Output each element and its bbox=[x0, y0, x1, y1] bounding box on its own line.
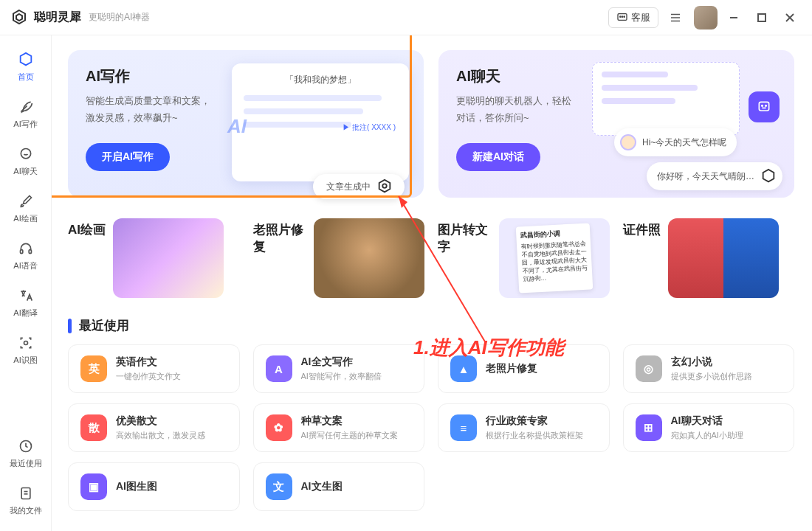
minimize-icon bbox=[729, 13, 739, 23]
feature-thumb-restore bbox=[314, 218, 424, 298]
maximize-icon bbox=[757, 13, 766, 22]
user-avatar[interactable] bbox=[694, 6, 718, 30]
sidebar: 首页 AI写作 AI聊天 AI绘画 AI语音 AI翻译 AI识图 最 bbox=[0, 35, 52, 531]
chat-bubble-icon bbox=[616, 12, 628, 24]
smile-chat-icon bbox=[18, 147, 33, 162]
recent-item[interactable]: ▣AI图生图 bbox=[68, 462, 240, 511]
svg-point-3 bbox=[624, 16, 625, 17]
recent-item-icon: ▲ bbox=[450, 355, 477, 382]
hexagon-icon bbox=[376, 178, 393, 195]
sidebar-item-paint[interactable]: AI绘画 bbox=[4, 186, 47, 230]
recent-item[interactable]: ▲老照片修复 bbox=[438, 344, 610, 393]
close-button[interactable] bbox=[778, 3, 802, 32]
recent-item-title: AI图生图 bbox=[116, 480, 157, 493]
feature-card-restore[interactable]: 老照片修复 bbox=[253, 218, 425, 298]
svg-rect-21 bbox=[759, 102, 768, 111]
sidebar-item-files[interactable]: 我的文件 bbox=[4, 478, 47, 522]
recent-item[interactable]: ≡行业政策专家根据行业名称提供政策框架 bbox=[438, 403, 610, 452]
write-mock-window: 「我和我的梦想」 ▶ 批注( XXXX ) AI bbox=[232, 63, 409, 181]
scan-icon bbox=[18, 336, 33, 350]
hero-chat-desc: 更聪明的聊天机器人，轻松对话，答你所问~ bbox=[456, 92, 605, 127]
recent-item-desc: AI智能写作，效率翻倍 bbox=[301, 371, 382, 382]
chat-send-icon bbox=[749, 91, 780, 122]
customer-service-button[interactable]: 客服 bbox=[608, 7, 658, 28]
app-logo-icon bbox=[10, 9, 28, 27]
new-chat-button[interactable]: 新建AI对话 bbox=[456, 143, 540, 171]
recent-item-icon: ⊞ bbox=[636, 414, 662, 441]
recent-item-desc: 高效输出散文，激发灵感 bbox=[116, 430, 205, 441]
recent-item-desc: 根据行业名称提供政策框架 bbox=[486, 430, 583, 441]
hexagon-icon bbox=[760, 168, 777, 184]
generating-pill: 文章生成中 bbox=[313, 174, 405, 199]
recent-item-title: 英语作文 bbox=[116, 355, 181, 369]
translate-icon bbox=[18, 288, 33, 303]
feature-thumb-idphoto bbox=[668, 218, 779, 298]
recent-item-title: 玄幻小说 bbox=[671, 355, 752, 369]
ai-badge-icon: AI bbox=[227, 115, 247, 138]
hero-chat-title: AI聊天 bbox=[456, 66, 605, 86]
sidebar-item-translate[interactable]: AI翻译 bbox=[4, 280, 47, 324]
recent-item-desc: 提供更多小说创作思路 bbox=[671, 371, 752, 382]
recent-item[interactable]: AAI全文写作AI智能写作，效率翻倍 bbox=[253, 344, 425, 393]
minimize-button[interactable] bbox=[722, 3, 746, 32]
recent-item[interactable]: 文AI文生图 bbox=[253, 462, 425, 511]
brush-icon bbox=[18, 194, 33, 209]
recent-item-title: AI全文写作 bbox=[301, 355, 382, 369]
chat-bubble-user: Hi~今天的天气怎样呢 bbox=[614, 128, 737, 156]
recent-item[interactable]: ✿种草文案AI撰写任何主题的种草文案 bbox=[253, 403, 425, 452]
clock-icon bbox=[18, 439, 33, 454]
recent-item-icon: A bbox=[266, 355, 292, 382]
hamburger-icon bbox=[669, 11, 682, 24]
main-content: AI写作 智能生成高质量文章和文案，激发灵感，效率飙升~ 开启AI写作 「我和我… bbox=[52, 35, 812, 531]
recent-heading: 最近使用 bbox=[68, 317, 794, 334]
menu-button[interactable] bbox=[664, 7, 687, 29]
recent-item-title: 种草文案 bbox=[301, 414, 398, 428]
feature-card-idphoto[interactable]: 证件照 bbox=[623, 218, 795, 298]
recent-item-icon: 文 bbox=[266, 473, 292, 500]
feather-icon bbox=[18, 100, 33, 114]
svg-point-23 bbox=[765, 105, 767, 107]
feature-card-paint[interactable]: AI绘画 bbox=[68, 218, 240, 298]
svg-rect-13 bbox=[20, 249, 22, 253]
start-ai-write-button[interactable]: 开启AI写作 bbox=[86, 143, 170, 171]
sidebar-item-write[interactable]: AI写作 bbox=[4, 91, 47, 136]
emoji-face-icon bbox=[620, 134, 636, 150]
svg-point-15 bbox=[24, 341, 27, 344]
feature-thumb-paint bbox=[113, 218, 224, 298]
svg-point-2 bbox=[622, 16, 622, 17]
hero-card-write[interactable]: AI写作 智能生成高质量文章和文案，激发灵感，效率飙升~ 开启AI写作 「我和我… bbox=[68, 50, 424, 198]
feature-thumb-ocr: 武昌街的小调有时候到重庆随笔书总会不自觉地到武昌街去走一回，最近发现武昌街大大不… bbox=[499, 218, 610, 298]
recent-item-icon: 英 bbox=[80, 355, 107, 382]
chat-mock: Hi~今天的天气怎样呢 你好呀，今天天气晴朗… bbox=[592, 62, 784, 187]
sidebar-item-vision[interactable]: AI识图 bbox=[4, 327, 47, 372]
close-icon bbox=[785, 13, 795, 23]
headphone-icon bbox=[18, 241, 33, 256]
svg-rect-14 bbox=[29, 249, 31, 253]
svg-rect-8 bbox=[758, 14, 765, 21]
sidebar-item-home[interactable]: 首页 bbox=[4, 44, 47, 88]
sidebar-item-voice[interactable]: AI语音 bbox=[4, 233, 47, 277]
recent-item[interactable]: ⊞AI聊天对话宛如真人的AI小助理 bbox=[623, 403, 795, 452]
svg-marker-25 bbox=[399, 196, 407, 208]
feature-card-ocr[interactable]: 图片转文字 武昌街的小调有时候到重庆随笔书总会不自觉地到武昌街去走一回，最近发现… bbox=[438, 218, 610, 298]
sidebar-item-recent[interactable]: 最近使用 bbox=[4, 431, 47, 475]
svg-point-1 bbox=[620, 16, 621, 17]
recent-item[interactable]: 英英语作文一键创作英文作文 bbox=[68, 344, 240, 393]
svg-point-20 bbox=[382, 184, 387, 188]
app-name: 聪明灵犀 bbox=[34, 10, 81, 25]
recent-item[interactable]: ◎玄幻小说提供更多小说创作思路 bbox=[623, 344, 795, 393]
recent-item-title: 老照片修复 bbox=[486, 362, 537, 375]
recent-item-icon: ✿ bbox=[266, 414, 292, 441]
logo-wrap: 聪明灵犀 bbox=[10, 9, 81, 27]
chat-bubble-ai: 你好呀，今天天气晴朗… bbox=[647, 162, 782, 190]
recent-item[interactable]: 散优美散文高效输出散文，激发灵感 bbox=[68, 403, 240, 452]
svg-point-22 bbox=[762, 105, 763, 107]
hexagon-icon bbox=[18, 52, 34, 68]
hero-card-chat[interactable]: AI聊天 更聪明的聊天机器人，轻松对话，答你所问~ 新建AI对话 Hi~今天的天… bbox=[438, 50, 794, 198]
recent-grid: 英英语作文一键创作英文作文AAI全文写作AI智能写作，效率翻倍▲老照片修复◎玄幻… bbox=[68, 344, 794, 511]
sidebar-item-chat[interactable]: AI聊天 bbox=[4, 139, 47, 183]
svg-point-12 bbox=[21, 148, 30, 158]
recent-item-icon: 散 bbox=[80, 414, 107, 441]
smile-icon bbox=[757, 100, 771, 114]
maximize-button[interactable] bbox=[750, 3, 774, 32]
